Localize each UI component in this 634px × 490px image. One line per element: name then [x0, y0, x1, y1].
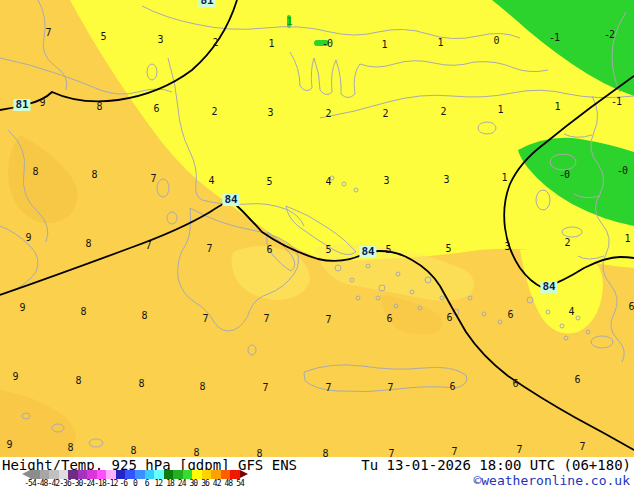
- temperature-value: 8: [141, 311, 146, 321]
- temperature-value: -0: [322, 39, 332, 49]
- temperature-value: 7: [263, 314, 268, 324]
- temperature-value: 6: [449, 382, 454, 392]
- temperature-value: 9: [12, 372, 17, 382]
- scale-tick-label: -48: [36, 479, 47, 488]
- temperature-value: 7: [579, 442, 584, 452]
- scale-tick-label: -30: [71, 479, 82, 488]
- temperature-value: 8: [85, 239, 90, 249]
- scale-segment: [211, 470, 221, 479]
- temperature-value: 3: [383, 176, 388, 186]
- scale-tick-label: -42: [48, 479, 59, 488]
- scale-segment: [145, 470, 155, 479]
- scale-segment: [59, 470, 69, 479]
- temperature-value: -1: [611, 97, 621, 107]
- scale-segment: [173, 470, 183, 479]
- weather-map-screenshot: 75321-0110-1-219862322211-1887454331-0-0…: [0, 0, 634, 490]
- temperature-value: 9: [19, 303, 24, 313]
- scale-tick-label: 12: [155, 479, 163, 488]
- valid-datetime: Tu 13-01-2026 18:00 UTC (06+180): [361, 457, 631, 473]
- temperature-value: 6: [507, 310, 512, 320]
- scale-tick-label: -6: [120, 479, 128, 488]
- temperature-value: 3: [157, 35, 162, 45]
- temperature-value: 2: [382, 109, 387, 119]
- scale-segment: [40, 470, 50, 479]
- scale-segment: [154, 470, 164, 479]
- temperature-value: 7: [387, 383, 392, 393]
- temperature-value: 7: [516, 445, 521, 455]
- temperature-value: 9: [6, 440, 11, 450]
- temperature-value: 3: [443, 175, 448, 185]
- temperature-value: 2: [440, 107, 445, 117]
- scale-segment: [116, 470, 126, 479]
- temperature-value: 5: [325, 245, 330, 255]
- scale-tick-label: -12: [106, 479, 117, 488]
- temperature-value: 7: [451, 447, 456, 457]
- caption-bar: Height/Temp. 925 hPa [gdpm] GFS ENS Tu 1…: [0, 457, 634, 490]
- scale-tick-label: 48: [225, 479, 233, 488]
- temperature-value: 1: [437, 38, 442, 48]
- temperature-value: 5: [445, 244, 450, 254]
- scale-tick-label: 18: [166, 479, 174, 488]
- scale-tick-label: -36: [59, 479, 70, 488]
- height-contour-label: 84: [359, 246, 376, 258]
- height-contour-label: 84: [540, 281, 557, 293]
- temperature-value: 4: [208, 176, 213, 186]
- scale-tick-label: -18: [94, 479, 105, 488]
- scale-segment: [87, 470, 97, 479]
- temperature-value: 3: [504, 242, 509, 252]
- temperature-value: 7: [388, 449, 393, 457]
- temperature-value: 1: [554, 102, 559, 112]
- temperature-value: 2: [325, 109, 330, 119]
- scale-segment: [49, 470, 59, 479]
- scale-segment: [97, 470, 107, 479]
- scale-segment: [183, 470, 193, 479]
- temperature-value: -0: [559, 170, 569, 180]
- temperature-value: 7: [206, 244, 211, 254]
- temperature-value: 2: [211, 107, 216, 117]
- temperature-value: 4: [568, 307, 573, 317]
- height-contour-label: 81: [13, 99, 30, 111]
- scale-tick-label: 30: [190, 479, 198, 488]
- temperature-value: 8: [138, 379, 143, 389]
- temperature-value: 2: [564, 238, 569, 248]
- temperature-value: 4: [325, 177, 330, 187]
- temperature-value: 8: [96, 102, 101, 112]
- temperature-value: -0: [617, 166, 627, 176]
- weather-map: 75321-0110-1-219862322211-1887454331-0-0…: [0, 0, 634, 457]
- temperature-value: 1: [381, 40, 386, 50]
- scale-segment: [135, 470, 145, 479]
- copyright-link[interactable]: ©weatheronline.co.uk: [473, 473, 630, 488]
- temperature-value: 2: [212, 38, 217, 48]
- temperature-value: 8: [80, 307, 85, 317]
- temperature-value: 8: [67, 443, 72, 453]
- temperature-value: 1: [624, 234, 629, 244]
- temperature-value: 0: [493, 36, 498, 46]
- map-graphic: [0, 0, 634, 457]
- temperature-value: -2: [604, 30, 614, 40]
- scale-segment: [78, 470, 88, 479]
- scale-tick-label: -24: [83, 479, 94, 488]
- temperature-value: 8: [256, 449, 261, 457]
- scale-segment: [125, 470, 135, 479]
- scale-segment: [68, 470, 78, 479]
- temperature-value: 9: [25, 233, 30, 243]
- temperature-value: 8: [199, 382, 204, 392]
- scale-segment: [30, 470, 40, 479]
- scale-tick-label: 42: [213, 479, 221, 488]
- scale-segment: [230, 470, 240, 479]
- temperature-value: 7: [150, 174, 155, 184]
- temperature-value: 7: [202, 314, 207, 324]
- scale-tick-label: 6: [145, 479, 149, 488]
- temperature-value: 6: [446, 313, 451, 323]
- temperature-value: 7: [145, 241, 150, 251]
- scale-tick-label: 24: [178, 479, 186, 488]
- temperature-value: 8: [193, 448, 198, 457]
- temperature-value: 5: [100, 32, 105, 42]
- color-scale-labels: -54-48-42-36-30-24-18-12-606121824303642…: [0, 479, 300, 489]
- temperature-value: 7: [325, 383, 330, 393]
- scale-tick-label: 54: [236, 479, 244, 488]
- temperature-value: 8: [32, 167, 37, 177]
- height-contour-label: 81: [198, 0, 215, 7]
- caption-row: Height/Temp. 925 hPa [gdpm] GFS ENS Tu 1…: [0, 457, 634, 471]
- scale-segment: [221, 470, 231, 479]
